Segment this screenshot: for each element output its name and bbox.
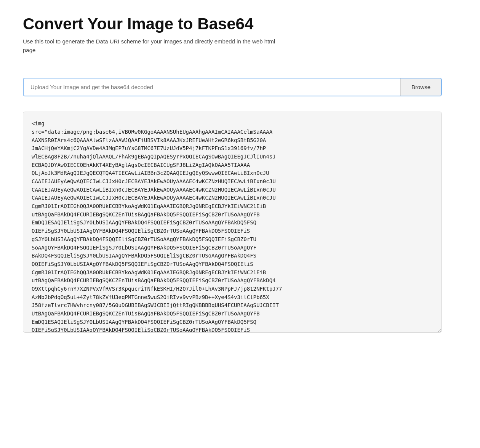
file-path-input[interactable] [24,78,400,96]
page-title: Convert Your Image to Base64 [23,15,457,33]
browse-button[interactable]: Browse [400,78,441,96]
section-divider [23,66,457,66]
file-input-container: Browse [23,78,442,96]
base64-output-textarea[interactable] [23,112,442,333]
page-description: Use this tool to generate the Data URI s… [23,37,282,54]
